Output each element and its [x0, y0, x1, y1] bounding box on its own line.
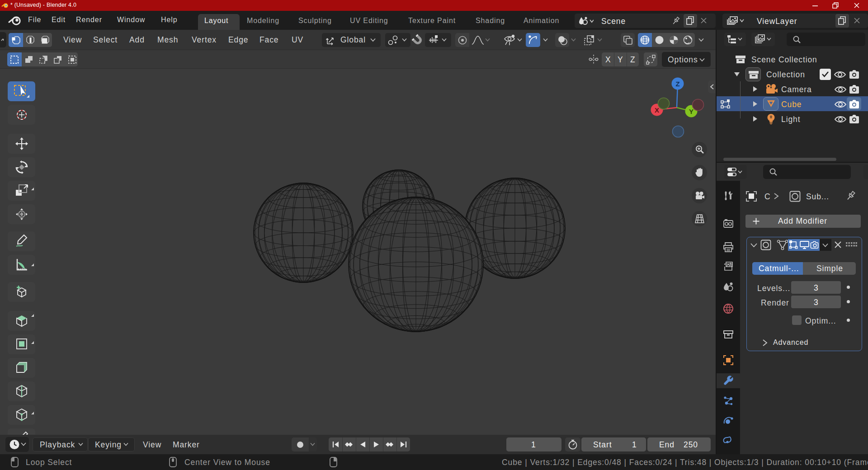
- svg-text:Y: Y: [689, 108, 693, 115]
- svg-text:Z: Z: [675, 80, 679, 88]
- svg-text:X: X: [655, 106, 659, 114]
